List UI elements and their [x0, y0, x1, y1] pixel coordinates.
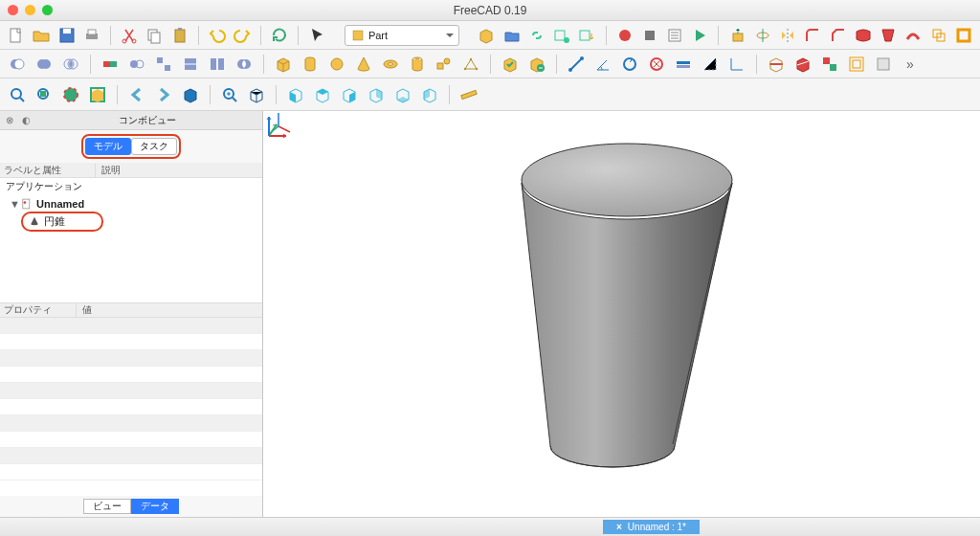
property-header: プロパティ 値 — [0, 302, 262, 318]
slice-apart-icon[interactable] — [206, 53, 229, 76]
toolbar-view — [0, 78, 980, 111]
close-tab-icon[interactable]: × — [616, 522, 622, 532]
primitive-cube-icon[interactable] — [272, 53, 295, 76]
view-bottom-icon[interactable] — [391, 83, 414, 106]
3d-viewport[interactable] — [263, 111, 980, 517]
overflow-icon[interactable]: » — [899, 53, 922, 76]
boolean-fuse-icon[interactable] — [33, 53, 56, 76]
zoom-icon[interactable] — [218, 83, 241, 106]
svg-rect-33 — [157, 57, 163, 63]
boolean-cut-icon[interactable] — [6, 53, 29, 76]
sweep-icon[interactable] — [902, 24, 924, 47]
revolve-icon[interactable] — [752, 24, 773, 47]
view-left-icon[interactable] — [418, 83, 441, 106]
primitive-cone-icon[interactable] — [352, 53, 375, 76]
fit-selection-icon[interactable] — [33, 83, 56, 106]
paste-icon[interactable] — [169, 24, 190, 47]
nav-back-icon[interactable] — [125, 83, 148, 106]
extrude-icon[interactable] — [726, 24, 747, 47]
offset-2d-icon[interactable] — [845, 53, 868, 76]
macro-list-icon[interactable] — [664, 24, 685, 47]
section-cut-icon[interactable] — [765, 53, 788, 76]
mirror-icon[interactable] — [777, 24, 798, 47]
view-top-icon[interactable] — [311, 83, 334, 106]
save-file-icon[interactable] — [56, 24, 78, 47]
view-isometric-icon[interactable] — [245, 83, 268, 106]
panel-close-icon[interactable]: ⊗ — [3, 114, 16, 127]
chamfer-icon[interactable] — [827, 24, 848, 47]
macro-stop-icon[interactable] — [639, 24, 660, 47]
primitive-cylinder-icon[interactable] — [299, 53, 322, 76]
measure-toggle-delta-icon[interactable] — [725, 53, 748, 76]
measure-toggle-all-icon[interactable] — [672, 53, 695, 76]
tab-model[interactable]: モデル — [85, 138, 131, 155]
copy-icon[interactable] — [144, 24, 165, 47]
tree-view[interactable]: アプリケーション ▼ Unnamed 円錐 — [0, 178, 262, 302]
thickness-icon[interactable] — [953, 24, 974, 47]
tree-application[interactable]: アプリケーション — [0, 178, 262, 195]
redo-icon[interactable] — [232, 24, 253, 47]
measure-toggle-3d-icon[interactable] — [699, 53, 722, 76]
measure-clear-icon[interactable] — [645, 53, 668, 76]
attachment-icon[interactable] — [872, 53, 895, 76]
offset-3d-icon[interactable] — [928, 24, 949, 47]
disclosure-triangle-icon[interactable]: ▼ — [10, 198, 19, 210]
defeaturing-icon[interactable] — [525, 53, 548, 76]
status-document-tab[interactable]: × Unnamed : 1* — [603, 520, 700, 534]
view-rear-icon[interactable] — [365, 83, 388, 106]
link-sub-icon[interactable] — [551, 24, 572, 47]
view-front-icon[interactable] — [284, 83, 307, 106]
fillet-icon[interactable] — [802, 24, 823, 47]
status-document-label: Unnamed : 1* — [628, 522, 686, 532]
tree-object-cone[interactable]: 円錐 — [0, 212, 262, 230]
join-connect-icon[interactable] — [99, 53, 122, 76]
primitive-sphere-icon[interactable] — [325, 53, 348, 76]
print-icon[interactable] — [81, 24, 102, 47]
part-box-icon[interactable] — [476, 24, 497, 47]
measure-distance-icon[interactable] — [457, 83, 480, 106]
primitive-tube-icon[interactable] — [406, 53, 429, 76]
view-right-icon[interactable] — [338, 83, 361, 106]
property-tab-view[interactable]: ビュー — [83, 499, 131, 514]
make-compound-icon[interactable] — [818, 53, 841, 76]
refresh-icon[interactable] — [269, 24, 290, 47]
bounding-box-icon[interactable] — [86, 83, 109, 106]
compound-filter-icon[interactable] — [125, 53, 148, 76]
measure-angular-icon[interactable] — [591, 53, 614, 76]
xor-icon[interactable] — [233, 53, 256, 76]
measure-linear-icon[interactable] — [565, 53, 588, 76]
workbench-selector[interactable]: Part — [345, 25, 459, 46]
boolean-common-icon[interactable] — [59, 53, 82, 76]
cut-icon[interactable] — [119, 24, 140, 47]
loft-icon[interactable] — [878, 24, 899, 47]
ruled-surface-icon[interactable] — [853, 24, 874, 47]
explode-compound-icon[interactable] — [152, 53, 175, 76]
undo-icon[interactable] — [207, 24, 228, 47]
property-grid[interactable] — [0, 318, 262, 496]
property-tab-data[interactable]: データ — [131, 499, 179, 514]
link-import-icon[interactable] — [576, 24, 597, 47]
macro-play-icon[interactable] — [689, 24, 710, 47]
svg-rect-34 — [165, 65, 170, 71]
primitive-torus-icon[interactable] — [379, 53, 402, 76]
svg-rect-71 — [23, 199, 30, 209]
new-file-icon[interactable] — [6, 24, 27, 47]
nav-forward-icon[interactable] — [152, 83, 175, 106]
panel-undock-icon[interactable]: ◐ — [19, 114, 33, 127]
draw-style-icon[interactable] — [59, 83, 82, 106]
cursor-select-icon[interactable] — [306, 24, 327, 47]
tab-task[interactable]: タスク — [131, 138, 177, 155]
shape-builder-icon[interactable] — [459, 53, 482, 76]
slice-icon[interactable] — [179, 53, 202, 76]
open-file-icon[interactable] — [31, 24, 52, 47]
tree-document[interactable]: ▼ Unnamed — [0, 195, 262, 212]
part-group-icon[interactable] — [501, 24, 522, 47]
link-icon[interactable] — [526, 24, 547, 47]
cross-sections-icon[interactable] — [791, 53, 814, 76]
link-navigation-icon[interactable] — [179, 83, 202, 106]
primitives-dialog-icon[interactable] — [433, 53, 456, 76]
measure-refresh-icon[interactable] — [618, 53, 641, 76]
fit-all-icon[interactable] — [6, 83, 29, 106]
check-geometry-icon[interactable] — [499, 53, 522, 76]
macro-record-icon[interactable] — [613, 24, 635, 47]
